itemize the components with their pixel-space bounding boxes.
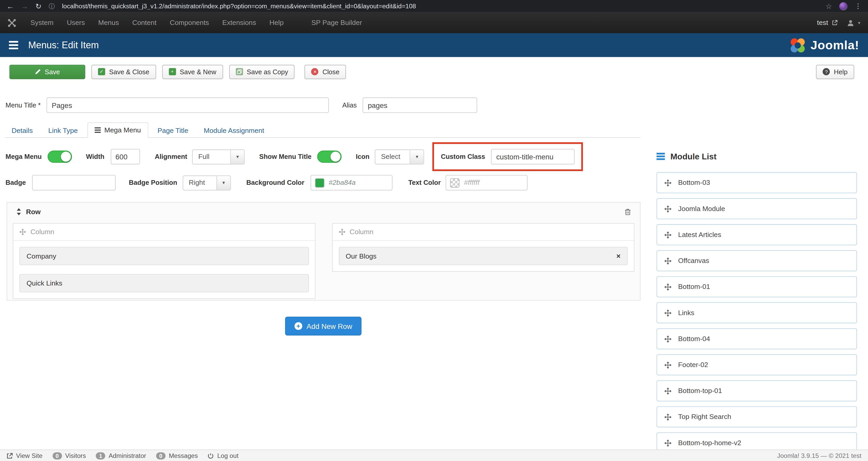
reload-icon[interactable]: ↻: [35, 3, 41, 10]
bookmark-star-icon[interactable]: ☆: [826, 2, 832, 10]
module-list-item[interactable]: Latest Articles: [656, 224, 857, 245]
menu-title-input[interactable]: [47, 97, 329, 113]
menubar-item-components[interactable]: Components: [163, 19, 215, 27]
module-list-item[interactable]: Bottom-top-01: [656, 380, 857, 401]
administrator-status[interactable]: 1 Administrator: [96, 452, 146, 459]
visitors-status[interactable]: 0 Visitors: [53, 452, 86, 459]
tab-details[interactable]: Details: [5, 124, 39, 137]
column-body: Our Blogs ×: [333, 241, 634, 271]
save-close-button[interactable]: ✓ Save & Close: [91, 64, 156, 79]
module-list-item[interactable]: Offcanvas: [656, 250, 857, 271]
alignment-select[interactable]: Full ▾: [192, 149, 245, 164]
close-button[interactable]: × Close: [305, 64, 346, 79]
delete-row-button[interactable]: [624, 208, 631, 215]
save-copy-button[interactable]: Save as Copy: [229, 64, 294, 79]
tab-link-type[interactable]: Link Type: [42, 124, 84, 137]
module-list-title: Module List: [671, 152, 717, 161]
view-site-link[interactable]: View Site: [7, 452, 42, 459]
forward-icon[interactable]: →: [21, 3, 28, 10]
module-list-item[interactable]: Footer-02: [656, 354, 857, 375]
badge-position-label: Badge Position: [129, 179, 177, 187]
row-label: Row: [26, 208, 40, 216]
remove-item-icon[interactable]: ×: [617, 252, 621, 260]
back-icon[interactable]: ←: [7, 3, 14, 10]
module-list-header: Module List: [656, 152, 857, 161]
custom-class-input[interactable]: [491, 149, 575, 164]
site-info-icon[interactable]: ⓘ: [49, 2, 55, 10]
column-header[interactable]: Column: [333, 224, 634, 241]
mega-menu-toggle[interactable]: [48, 151, 72, 163]
badge-position-select[interactable]: Right ▾: [183, 175, 231, 190]
builder-columns: Column Company Quick Links Column Our Bl…: [7, 221, 640, 299]
tab-module-assignment[interactable]: Module Assignment: [198, 124, 271, 137]
address-bar[interactable]: localhost/themis_quickstart_j3_v1.2/admi…: [62, 3, 818, 9]
module-list-item[interactable]: Top Right Search: [656, 406, 857, 427]
background-color-value: #2ba84a: [329, 179, 355, 187]
chevron-down-icon[interactable]: ▾: [410, 150, 424, 163]
logged-in-user[interactable]: test: [817, 19, 828, 27]
alias-input[interactable]: [363, 97, 477, 113]
menubar-item-extensions[interactable]: Extensions: [216, 19, 263, 27]
move-icon: [664, 361, 672, 369]
messages-status[interactable]: 0 Messages: [156, 452, 198, 459]
add-new-row-button[interactable]: + Add New Row: [285, 317, 362, 336]
module-list-item[interactable]: Bottom-04: [656, 328, 857, 349]
joomla-glyph-icon: [8, 19, 16, 27]
tab-page-title[interactable]: Page Title: [151, 124, 194, 137]
external-link-icon[interactable]: [832, 20, 837, 25]
tab-mega-menu[interactable]: Mega Menu: [87, 122, 148, 138]
close-x-icon: ×: [311, 68, 319, 75]
joomla-version-text: Joomla! 3.9.15 — © 2021 test: [777, 452, 862, 459]
move-icon: [664, 257, 672, 265]
menubar-item-system[interactable]: System: [24, 19, 60, 27]
menubar-item-content[interactable]: Content: [126, 19, 163, 27]
pencil-icon: [35, 68, 41, 74]
menubar-item-users[interactable]: Users: [60, 19, 92, 27]
menubar-item-menus[interactable]: Menus: [92, 19, 126, 27]
check-icon: ✓: [98, 68, 105, 75]
text-color-placeholder: #ffffff: [464, 179, 479, 187]
menubar-item-sp-page-builder[interactable]: SP Page Builder: [305, 19, 369, 27]
chevron-down-icon[interactable]: ▾: [230, 150, 244, 163]
hamburger-icon: [94, 127, 100, 133]
status-bar: View Site 0 Visitors 1 Administrator 0 M…: [0, 450, 868, 461]
move-icon: [664, 335, 672, 342]
text-color-field[interactable]: #ffffff: [446, 175, 528, 190]
module-list-item[interactable]: Bottom-03: [656, 172, 857, 193]
admin-menubar: System Users Menus Content Components Ex…: [0, 12, 868, 33]
builder-module-item[interactable]: Quick Links: [20, 274, 309, 292]
module-list-item[interactable]: Bottom-01: [656, 276, 857, 297]
megamenu-row-builder: Row Column Company Quick Links: [7, 202, 641, 301]
module-list-item[interactable]: Joomla Module: [656, 198, 857, 219]
page-title: Menus: Edit Item: [28, 39, 99, 51]
page-header: Menus: Edit Item Joomla!: [0, 33, 868, 57]
browser-menu-icon[interactable]: ⋮: [855, 2, 862, 10]
browser-toolbar: ← → ↻ ⓘ localhost/themis_quickstart_j3_v…: [0, 0, 868, 12]
column-header[interactable]: Column: [13, 224, 315, 241]
move-vertical-icon[interactable]: [16, 208, 22, 215]
builder-module-item[interactable]: Company: [20, 247, 309, 265]
module-list-item[interactable]: Links: [656, 302, 857, 323]
help-button[interactable]: ? Help: [816, 64, 854, 79]
color-swatch-green[interactable]: [315, 178, 324, 187]
user-icon[interactable]: [847, 19, 854, 27]
logout-link[interactable]: Log out: [208, 452, 239, 459]
menubar-item-help[interactable]: Help: [263, 19, 290, 27]
builder-module-item[interactable]: Our Blogs ×: [339, 247, 628, 265]
badge-input[interactable]: [32, 175, 116, 190]
joomla-logo-text: Joomla!: [811, 38, 859, 52]
save-new-button[interactable]: + Save & New: [162, 64, 223, 79]
color-swatch-transparent[interactable]: [450, 178, 459, 187]
show-menu-title-toggle[interactable]: [317, 151, 341, 163]
width-input[interactable]: [111, 149, 140, 164]
list-icon: [656, 153, 665, 160]
background-color-field[interactable]: #2ba84a: [310, 175, 393, 190]
add-row-container: + Add New Row: [0, 317, 647, 336]
chevron-down-icon[interactable]: ▾: [216, 176, 230, 189]
mega-menu-label: Mega Menu: [5, 153, 41, 161]
copy-icon: [236, 68, 243, 75]
width-label: Width: [86, 153, 104, 161]
icon-select[interactable]: Select ▾: [375, 149, 424, 164]
browser-profile-avatar[interactable]: [839, 2, 847, 10]
save-button[interactable]: Save: [9, 64, 85, 79]
